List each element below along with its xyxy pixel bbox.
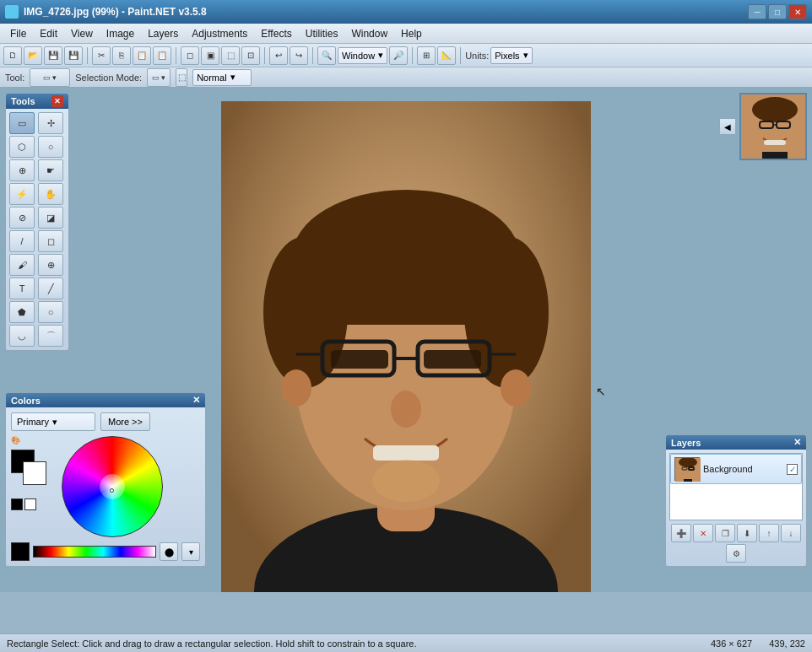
grid-button[interactable]: ⊞ xyxy=(417,46,436,65)
svg-point-10 xyxy=(501,369,531,407)
menu-edit[interactable]: Edit xyxy=(33,26,64,41)
menu-layers[interactable]: Layers xyxy=(141,26,185,41)
black-swatch[interactable] xyxy=(11,498,23,510)
tool-rectangle-select[interactable]: ▭ xyxy=(9,112,35,134)
tool-zoom[interactable]: ⊕ xyxy=(9,159,35,181)
layers-panel-title: Layers ✕ xyxy=(666,435,806,450)
tool-label: Tool: xyxy=(5,73,24,83)
duplicate-layer-button[interactable]: ❐ xyxy=(715,524,735,542)
menu-effects[interactable]: Effects xyxy=(254,26,298,41)
zoom-in-button[interactable]: 🔎 xyxy=(389,46,408,65)
main-toolbar: 🗋 📂 💾 💾 ✂ ⎘ 📋 📋 ◻ ▣ ⬚ ⊡ ↩ ↪ 🔍 Window ▾ 🔎… xyxy=(0,44,812,67)
maximize-button[interactable]: □ xyxy=(768,4,787,19)
new-button[interactable]: 🗋 xyxy=(3,46,22,65)
tool-magic-wand[interactable]: ⚡ xyxy=(9,183,35,205)
layers-panel-close[interactable]: ✕ xyxy=(793,437,801,448)
units-dropdown[interactable]: Pixels ▾ xyxy=(490,47,532,64)
selection-mode-selector[interactable]: ▭ ▾ xyxy=(147,68,171,87)
zoom-dropdown[interactable]: Window ▾ xyxy=(338,47,387,64)
tool-ellipse[interactable]: ○ xyxy=(38,301,63,323)
tool-shapes[interactable]: ⬟ xyxy=(9,301,35,323)
invert-button[interactable]: ⬚ xyxy=(221,46,240,65)
svg-rect-11 xyxy=(331,350,388,369)
open-button[interactable]: 📂 xyxy=(24,46,42,65)
layer-row[interactable]: Background ✓ xyxy=(670,454,802,484)
tool-move[interactable]: ✢ xyxy=(38,112,63,134)
color-type-dropdown[interactable]: Primary ▾ xyxy=(11,412,95,431)
tool-pencil[interactable]: / xyxy=(9,230,35,252)
menu-window[interactable]: Window xyxy=(344,26,394,41)
layer-name: Background xyxy=(703,464,783,474)
save-button[interactable]: 💾 xyxy=(44,46,62,65)
tb-sep5 xyxy=(412,47,413,64)
background-swatch[interactable] xyxy=(23,461,46,485)
menu-utilities[interactable]: Utilities xyxy=(299,26,345,41)
blend-mode-dropdown[interactable]: Normal ▾ xyxy=(192,69,252,86)
paste-button[interactable]: 📋 xyxy=(133,46,151,65)
zoom-out-button[interactable]: 🔍 xyxy=(317,46,336,65)
tb-sep2 xyxy=(176,47,176,64)
tool-selector[interactable]: ▭ ▾ xyxy=(30,68,70,87)
main-canvas[interactable] xyxy=(221,101,591,592)
move-layer-up-button[interactable]: ↑ xyxy=(759,524,779,542)
tool-eraser[interactable]: ◻ xyxy=(38,230,63,252)
tool-brush[interactable]: 🖌 xyxy=(9,254,35,276)
tool-lasso[interactable]: ⬡ xyxy=(9,136,35,158)
tool-ellipse-select[interactable]: ○ xyxy=(38,136,63,158)
color-wheel-container[interactable] xyxy=(62,436,163,537)
menu-file[interactable]: File xyxy=(3,26,33,41)
tb-sep3 xyxy=(264,47,265,64)
save-as-button[interactable]: 💾 xyxy=(64,46,83,65)
move-layer-down-button[interactable]: ↓ xyxy=(781,524,801,542)
selection-mode-label: Selection Mode: xyxy=(75,73,142,83)
tool-line[interactable]: ╱ xyxy=(38,278,63,299)
tool-hand[interactable]: ✋ xyxy=(38,183,63,205)
tool-color-picker[interactable]: ⊘ xyxy=(9,207,35,229)
units-value: Pixels xyxy=(495,51,519,61)
color-swatches: 🎨 xyxy=(11,436,55,510)
thumbnail-toggle[interactable]: ◀ xyxy=(719,118,736,135)
paste-into-button[interactable]: 📋 xyxy=(153,46,171,65)
tool-freeform[interactable]: ◡ xyxy=(9,325,35,347)
tool-text[interactable]: T xyxy=(9,278,35,299)
minimize-button[interactable]: ─ xyxy=(748,4,766,19)
svg-point-23 xyxy=(752,97,798,122)
tool-clone-stamp[interactable]: ⊕ xyxy=(38,254,63,276)
color-options-button[interactable]: ⬤ xyxy=(160,542,178,561)
undo-button[interactable]: ↩ xyxy=(269,46,288,65)
current-color-swatch[interactable] xyxy=(11,542,30,561)
color-type-value: Primary xyxy=(17,417,49,427)
canvas-thumbnail xyxy=(739,93,807,160)
close-button[interactable]: ✕ xyxy=(788,4,807,19)
cut-button[interactable]: ✂ xyxy=(92,46,111,65)
tool-fill[interactable]: ◪ xyxy=(38,207,63,229)
tool-pan[interactable]: ☛ xyxy=(38,159,63,181)
menu-image[interactable]: Image xyxy=(100,26,141,41)
select-all-button[interactable]: ▣ xyxy=(201,46,219,65)
copy-button[interactable]: ⎘ xyxy=(112,46,131,65)
white-swatch[interactable] xyxy=(24,498,36,510)
layer-properties-button[interactable]: ⚙ xyxy=(726,544,746,563)
svg-point-20 xyxy=(372,460,440,502)
swatches-icon: 🎨 xyxy=(11,436,20,445)
colors-panel-close[interactable]: ✕ xyxy=(192,395,200,406)
add-layer-button[interactable]: ➕ xyxy=(671,524,691,542)
menu-help[interactable]: Help xyxy=(394,26,429,41)
crop-button[interactable]: ⊡ xyxy=(241,46,260,65)
blend-mode-btn[interactable]: ⬚ xyxy=(176,68,187,87)
color-wheel[interactable] xyxy=(62,436,163,537)
colors-mid: 🎨 xyxy=(11,436,200,537)
color-settings-button[interactable]: ▾ xyxy=(181,542,200,561)
color-gradient-bar[interactable] xyxy=(33,546,156,558)
delete-layer-button[interactable]: ✕ xyxy=(693,524,713,542)
more-button[interactable]: More >> xyxy=(100,412,150,431)
merge-layer-button[interactable]: ⬇ xyxy=(737,524,757,542)
tool-curve[interactable]: ⌒ xyxy=(38,325,63,347)
ruler-button[interactable]: 📐 xyxy=(437,46,456,65)
menu-adjustments[interactable]: Adjustments xyxy=(185,26,254,41)
menu-view[interactable]: View xyxy=(64,26,100,41)
tools-panel-close[interactable]: ✕ xyxy=(51,95,63,107)
redo-button[interactable]: ↪ xyxy=(290,46,308,65)
deselect-button[interactable]: ◻ xyxy=(181,46,199,65)
layer-visibility-checkbox[interactable]: ✓ xyxy=(787,464,798,475)
